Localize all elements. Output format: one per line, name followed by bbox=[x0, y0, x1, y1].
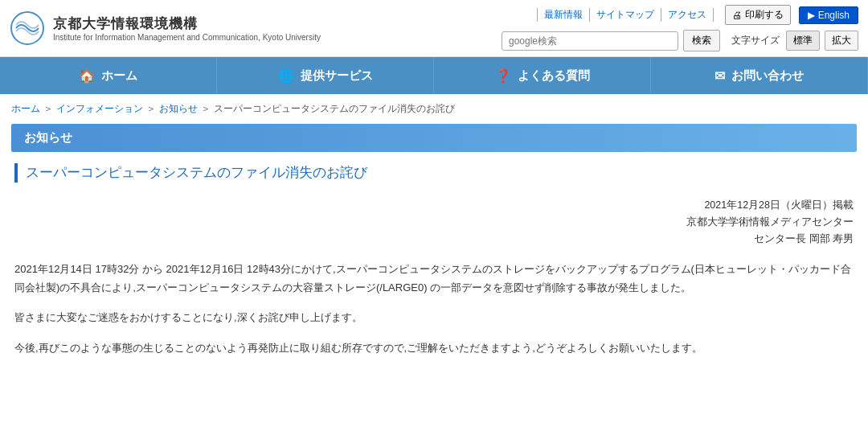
services-icon: 🌐 bbox=[278, 68, 294, 84]
nav-home[interactable]: 🏠 ホーム bbox=[0, 57, 217, 94]
article-date: 2021年12月28日（火曜日）掲載 bbox=[14, 197, 854, 214]
search-input[interactable] bbox=[502, 31, 678, 51]
latest-info-link[interactable]: 最新情報 bbox=[537, 8, 590, 22]
sitemap-link[interactable]: サイトマップ bbox=[590, 8, 661, 22]
breadcrumb-info[interactable]: インフォメーション bbox=[56, 102, 143, 116]
logo-area: 京都大学情報環境機構 Institute for Information Man… bbox=[10, 10, 321, 46]
top-links: 最新情報 サイトマップ アクセス bbox=[537, 8, 714, 22]
search-fontsize-row: 検索 文字サイズ 標準 拡大 bbox=[502, 30, 858, 51]
top-right-area: 最新情報 サイトマップ アクセス 🖨 印刷する ▶ English 検索 文字サ… bbox=[502, 5, 858, 51]
article-org2: センター長 岡部 寿男 bbox=[14, 231, 854, 248]
fontsize-label: 文字サイズ bbox=[731, 34, 780, 47]
article-para1: 2021年12月14日 17時32分 から 2021年12月16日 12時43分… bbox=[14, 260, 854, 298]
nav-contact[interactable]: ✉ お問い合わせ bbox=[651, 57, 868, 94]
breadcrumb-home[interactable]: ホーム bbox=[11, 102, 40, 116]
article-para3: 今後,再びこのような事態の生じることのないよう再発防止に取り組む所存ですので,ご… bbox=[14, 339, 854, 357]
fontsize-standard-button[interactable]: 標準 bbox=[786, 31, 820, 51]
breadcrumb-sep2: ＞ bbox=[146, 102, 156, 116]
print-button[interactable]: 🖨 印刷する bbox=[725, 5, 791, 25]
search-button[interactable]: 検索 bbox=[683, 30, 720, 51]
article-title: スーパーコンピュータシステムのファイル消失のお詫び bbox=[14, 163, 854, 183]
fontsize-large-button[interactable]: 拡大 bbox=[825, 31, 858, 51]
globe-icon: ▶ bbox=[808, 10, 815, 21]
section-header: お知らせ bbox=[11, 124, 857, 152]
breadcrumb-sep3: ＞ bbox=[201, 102, 211, 116]
logo-icon bbox=[10, 10, 45, 46]
site-subtitle: Institute for Information Management and… bbox=[53, 33, 321, 42]
main-nav: 🏠 ホーム 🌐 提供サービス ❓ よくある質問 ✉ お問い合わせ bbox=[0, 57, 868, 94]
english-button[interactable]: ▶ English bbox=[799, 6, 858, 24]
site-title: 京都大学情報環境機構 bbox=[53, 14, 321, 33]
top-bar: 京都大学情報環境機構 Institute for Information Man… bbox=[0, 0, 868, 57]
article-para2: 皆さまに大変なご迷惑をおかけすることになり,深くお詫び申し上げます。 bbox=[14, 308, 854, 326]
nav-services[interactable]: 🌐 提供サービス bbox=[217, 57, 434, 94]
breadcrumb-current: スーパーコンピュータシステムのファイル消失のお詫び bbox=[214, 102, 455, 116]
search-area: 検索 bbox=[502, 30, 720, 51]
logo-text: 京都大学情報環境機構 Institute for Information Man… bbox=[53, 14, 321, 42]
breadcrumb-sep1: ＞ bbox=[43, 102, 53, 116]
article-org1: 京都大学学術情報メディアセンター bbox=[14, 214, 854, 231]
content-area: スーパーコンピュータシステムのファイル消失のお詫び 2021年12月28日（火曜… bbox=[0, 163, 868, 384]
meta-info: 2021年12月28日（火曜日）掲載 京都大学学術情報メディアセンター センター… bbox=[14, 197, 854, 248]
home-icon: 🏠 bbox=[79, 68, 95, 84]
nav-faq[interactable]: ❓ よくある質問 bbox=[434, 57, 651, 94]
article-body: 2021年12月14日 17時32分 から 2021年12月16日 12時43分… bbox=[14, 260, 854, 358]
breadcrumb-notice[interactable]: お知らせ bbox=[159, 102, 198, 116]
faq-icon: ❓ bbox=[495, 68, 511, 84]
printer-icon: 🖨 bbox=[732, 10, 742, 21]
contact-icon: ✉ bbox=[714, 68, 725, 84]
access-link[interactable]: アクセス bbox=[661, 8, 714, 22]
breadcrumb: ホーム ＞ インフォメーション ＞ お知らせ ＞ スーパーコンピュータシステムの… bbox=[0, 94, 868, 124]
